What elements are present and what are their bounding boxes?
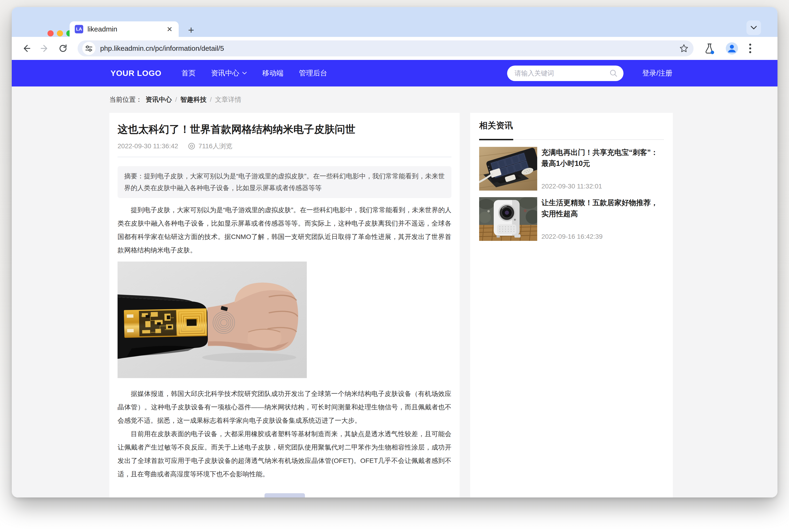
- tab-title: likeadmin: [88, 25, 166, 33]
- article-image-electronic-skin: [117, 262, 307, 378]
- site-logo[interactable]: YOUR LOGO: [111, 69, 162, 78]
- nav-item-home[interactable]: 首页: [182, 69, 195, 78]
- related-article-title[interactable]: 充满电再出门！共享充电宝“刺客”：最高1小时10元: [541, 147, 664, 169]
- article-summary: 摘要：提到电子皮肤，大家可别以为是“电子游戏里的虚拟皮肤”。在一些科幻电影中，我…: [117, 166, 451, 198]
- url-text[interactable]: php.likeadmin.cn/pc/information/detail/5: [100, 44, 679, 52]
- url-bar[interactable]: php.likeadmin.cn/pc/information/detail/5: [78, 40, 694, 56]
- article-card: 这也太科幻了！世界首款网格结构纳米电子皮肤问世 2022-09-30 11:36…: [109, 113, 459, 497]
- browser-tab[interactable]: LA likeadmin ✕: [70, 21, 179, 37]
- page-viewport: YOUR LOGO 首页 资讯中心 移动端 管理后: [12, 60, 777, 497]
- breadcrumb: 当前位置： 资讯中心 / 智趣科技 / 文章详情: [109, 95, 673, 104]
- site-settings-icon: [85, 44, 93, 52]
- breadcrumb-link-category[interactable]: 智趣科技: [180, 95, 207, 104]
- site-info-button[interactable]: [82, 42, 95, 55]
- site-header: YOUR LOGO 首页 资讯中心 移动端 管理后: [12, 60, 777, 87]
- related-article-thumbnail-projector: [479, 197, 537, 241]
- back-button[interactable]: [20, 42, 33, 55]
- browser-toolbar: php.likeadmin.cn/pc/information/detail/5: [12, 37, 777, 60]
- breadcrumb-prefix: 当前位置：: [109, 95, 142, 104]
- reload-button[interactable]: [57, 42, 69, 55]
- load-more-button-clipped[interactable]: [264, 493, 305, 497]
- sidebar-title: 相关资讯: [479, 120, 664, 131]
- views-eye-icon: [188, 142, 195, 150]
- main-nav: 首页 资讯中心 移动端 管理后台: [182, 69, 327, 78]
- nav-item-news-center[interactable]: 资讯中心: [211, 69, 247, 78]
- traffic-light-close[interactable]: [48, 30, 54, 36]
- toolbar-right-icons: [704, 42, 752, 55]
- forward-button[interactable]: [39, 42, 51, 55]
- article-meta: 2022-09-30 11:36:42 7116人浏览: [117, 142, 451, 151]
- related-article-item[interactable]: 让生活更精致！五款居家好物推荐，实用性超高 2022-09-16 16:42:3…: [479, 197, 664, 241]
- article-date: 2022-09-30 11:36:42: [117, 142, 178, 150]
- article-title: 这也太科幻了！世界首款网格结构纳米电子皮肤问世: [117, 122, 451, 136]
- nav-item-mobile[interactable]: 移动端: [262, 69, 284, 78]
- nav-item-admin[interactable]: 管理后台: [299, 69, 327, 78]
- article-paragraph: 目前用在皮肤表面的电子设备，大都采用橡胶或者塑料等基材制造而来，其缺点是透水透气…: [117, 427, 451, 481]
- related-news-sidebar: 相关资讯: [470, 113, 673, 497]
- related-article-thumbnail-powerbank: [479, 147, 537, 191]
- search-icon[interactable]: [609, 69, 618, 78]
- header-search: [507, 65, 623, 81]
- article-paragraph: 据媒体报道，韩国大邱庆北科学技术院研究团队成功开发出了全球第一个纳米结构电子皮肤…: [117, 387, 451, 427]
- breadcrumb-current: 文章详情: [215, 95, 241, 104]
- new-tab-button[interactable]: +: [188, 25, 194, 35]
- related-article-date: 2022-09-16 16:42:39: [541, 233, 664, 241]
- traffic-light-minimize[interactable]: [57, 30, 63, 36]
- breadcrumb-separator: /: [210, 96, 212, 103]
- chevron-down-icon: [750, 25, 758, 30]
- tab-strip: LA likeadmin ✕ +: [12, 7, 777, 37]
- profile-avatar[interactable]: [726, 42, 738, 55]
- breadcrumb-link-news-center[interactable]: 资讯中心: [146, 95, 172, 104]
- related-article-item[interactable]: 充满电再出门！共享充电宝“刺客”：最高1小时10元 2022-09-30 11:…: [479, 147, 664, 191]
- kebab-menu-icon[interactable]: [749, 42, 752, 54]
- divider: [117, 157, 451, 157]
- sidebar-title-rule: [479, 139, 664, 140]
- tab-favicon: LA: [75, 25, 83, 33]
- forward-arrow-icon: [39, 43, 50, 54]
- related-article-date: 2022-09-30 11:32:01: [541, 183, 664, 191]
- reload-icon: [58, 43, 69, 54]
- back-arrow-icon: [21, 43, 32, 54]
- nav-chevron-down-icon: [242, 72, 247, 75]
- tab-search-chevron-button[interactable]: [747, 20, 761, 35]
- related-article-title[interactable]: 让生活更精致！五款居家好物推荐，实用性超高: [541, 197, 664, 219]
- article-views: 7116人浏览: [199, 142, 232, 151]
- article-body: 提到电子皮肤，大家可别以为是“电子游戏里的虚拟皮肤”。在一些科幻电影中，我们常常…: [117, 203, 451, 481]
- login-register-link[interactable]: 登录/注册: [642, 69, 672, 78]
- breadcrumb-separator: /: [175, 96, 177, 103]
- bookmark-star-icon[interactable]: [679, 43, 689, 53]
- experiments-flask-icon[interactable]: [704, 42, 715, 54]
- breadcrumb-bar: 当前位置： 资讯中心 / 智趣科技 / 文章详情: [12, 87, 777, 113]
- tab-close-icon[interactable]: ✕: [166, 25, 173, 33]
- article-paragraph: 提到电子皮肤，大家可别以为是“电子游戏里的虚拟皮肤”。在一些科幻电影中，我们常常…: [117, 203, 451, 257]
- search-input[interactable]: [515, 70, 609, 77]
- browser-window: LA likeadmin ✕ +: [12, 7, 777, 497]
